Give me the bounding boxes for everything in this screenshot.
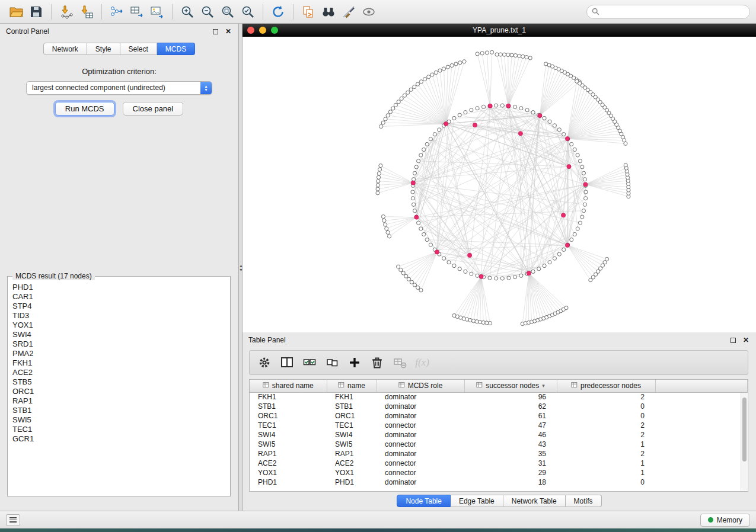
table-toolbar: f(x) bbox=[249, 350, 748, 375]
network-window-titlebar[interactable]: YPA_prune.txt_1 bbox=[243, 24, 756, 37]
mcds-result-item[interactable]: PMA2 bbox=[12, 349, 228, 358]
criterion-select[interactable]: largest connected component (undirected)… bbox=[26, 81, 212, 95]
table-row[interactable]: ACE2ACE2connector311 bbox=[250, 459, 748, 468]
search-input[interactable] bbox=[603, 8, 745, 16]
column-header-name[interactable]: name bbox=[327, 380, 377, 392]
table-row[interactable]: PHD1PHD1dominator180 bbox=[250, 477, 748, 487]
table-row[interactable]: RAP1RAP1dominator352 bbox=[250, 449, 748, 459]
mcds-result-item[interactable]: SRD1 bbox=[12, 339, 228, 349]
graphics-details-eye-icon[interactable] bbox=[359, 3, 379, 21]
mcds-result-item[interactable]: CAR1 bbox=[12, 292, 228, 302]
mcds-result-item[interactable]: ORC1 bbox=[12, 387, 228, 396]
tab-edge-table[interactable]: Edge Table bbox=[451, 495, 503, 507]
network-canvas[interactable] bbox=[243, 37, 756, 332]
column-header-shared-name[interactable]: shared name bbox=[250, 380, 327, 392]
deselect-all-icon[interactable] bbox=[323, 354, 341, 371]
table-vertical-scrollbar[interactable] bbox=[741, 393, 747, 491]
table-cell: TEC1 bbox=[250, 421, 327, 430]
network-graph[interactable] bbox=[243, 37, 756, 332]
mcds-result-item[interactable]: STP4 bbox=[12, 302, 228, 311]
zoom-fit-icon[interactable] bbox=[218, 3, 238, 21]
tab-network-table[interactable]: Network Table bbox=[503, 495, 566, 507]
tab-node-table[interactable]: Node Table bbox=[397, 495, 451, 507]
float-panel-icon[interactable] bbox=[211, 27, 219, 36]
status-bar: Memory bbox=[0, 511, 756, 528]
table-cell: YOX1 bbox=[250, 468, 327, 477]
column-header-successor-nodes[interactable]: successor nodes▾ bbox=[464, 380, 557, 392]
table-cell: ACE2 bbox=[250, 459, 327, 468]
table-cell: SWI5 bbox=[250, 440, 327, 449]
delete-row-icon[interactable] bbox=[368, 354, 386, 371]
tab-mcds[interactable]: MCDS bbox=[157, 43, 195, 55]
mcds-result-title: MCDS result (17 nodes) bbox=[12, 272, 95, 280]
mcds-result-item[interactable]: SWI5 bbox=[12, 415, 228, 425]
refresh-icon[interactable] bbox=[268, 3, 288, 21]
export-network-icon[interactable] bbox=[107, 3, 127, 21]
mcds-result-list[interactable]: PHD1CAR1STP4TID3YOX1SWI4SRD1PMA2FKH1ACE2… bbox=[12, 283, 228, 493]
open-session-icon[interactable] bbox=[6, 3, 26, 21]
splitter-collapse-icon[interactable]: ▲▼ bbox=[239, 264, 242, 279]
table-cell: FKH1 bbox=[327, 392, 377, 402]
table-row[interactable]: STB1STB1dominator620 bbox=[250, 402, 748, 411]
table-cell: 2 bbox=[557, 421, 655, 430]
mcds-result-item[interactable]: ACE2 bbox=[12, 368, 228, 377]
memory-button[interactable]: Memory bbox=[700, 514, 750, 527]
mcds-result-item[interactable]: SWI4 bbox=[12, 330, 228, 339]
export-table-icon[interactable] bbox=[127, 3, 147, 21]
mcds-result-item[interactable]: RAP1 bbox=[12, 396, 228, 406]
style-brush-icon[interactable] bbox=[339, 3, 359, 21]
float-table-panel-icon[interactable] bbox=[729, 336, 737, 344]
table-row[interactable]: FKH1FKH1dominator962 bbox=[250, 392, 748, 402]
show-columns-icon[interactable] bbox=[278, 354, 296, 371]
mcds-result-item[interactable]: GCR1 bbox=[12, 434, 228, 444]
table-cell: 47 bbox=[464, 421, 557, 430]
close-panel-icon[interactable]: ✕ bbox=[224, 27, 232, 36]
scrollbar-thumb[interactable] bbox=[742, 398, 747, 462]
search-binoculars-icon[interactable] bbox=[318, 3, 339, 21]
zoom-selected-icon[interactable] bbox=[238, 3, 258, 21]
control-panel: Control Panel ✕ NetworkStyleSelectMCDS O… bbox=[0, 24, 239, 511]
mcds-result-item[interactable]: TEC1 bbox=[12, 425, 228, 434]
table-cell: ACE2 bbox=[327, 459, 377, 468]
import-table-file-icon[interactable] bbox=[76, 3, 97, 21]
settings-gear-icon[interactable] bbox=[256, 354, 273, 371]
mcds-result-item[interactable]: STB5 bbox=[12, 377, 228, 387]
table-cell bbox=[655, 477, 748, 487]
tab-style[interactable]: Style bbox=[87, 43, 120, 55]
task-history-button[interactable] bbox=[6, 514, 20, 526]
table-cell: connector bbox=[377, 468, 464, 477]
close-panel-button[interactable]: Close panel bbox=[123, 102, 184, 116]
tab-select[interactable]: Select bbox=[120, 43, 157, 55]
add-row-icon[interactable] bbox=[346, 354, 363, 371]
mcds-result-item[interactable]: YOX1 bbox=[12, 321, 228, 330]
search-box[interactable] bbox=[586, 5, 750, 19]
run-mcds-button[interactable]: Run MCDS bbox=[55, 102, 114, 116]
zoom-out-icon[interactable] bbox=[197, 3, 218, 21]
export-image-icon[interactable] bbox=[147, 3, 167, 21]
mcds-result-item[interactable]: FKH1 bbox=[12, 358, 228, 368]
table-row[interactable]: SWI4SWI4dominator462 bbox=[250, 430, 748, 440]
toolbar-divider bbox=[101, 4, 102, 20]
table-row[interactable]: TEC1TEC1connector472 bbox=[250, 421, 748, 430]
tab-network[interactable]: Network bbox=[43, 43, 87, 55]
table-row[interactable]: YOX1YOX1connector291 bbox=[250, 468, 748, 477]
table-cell: 35 bbox=[464, 449, 557, 459]
mcds-result-item[interactable]: PHD1 bbox=[12, 283, 228, 292]
table-row[interactable]: ORC1ORC1dominator610 bbox=[250, 411, 748, 421]
clone-network-icon[interactable] bbox=[298, 3, 318, 21]
mcds-result-item[interactable]: STB1 bbox=[12, 406, 228, 415]
tab-motifs[interactable]: Motifs bbox=[566, 495, 602, 507]
zoom-in-icon[interactable] bbox=[177, 3, 197, 21]
save-session-icon[interactable] bbox=[26, 3, 46, 21]
table-cell bbox=[655, 421, 748, 430]
column-header-MCDS-role[interactable]: MCDS role bbox=[377, 380, 464, 392]
control-panel-tabs: NetworkStyleSelectMCDS bbox=[0, 43, 238, 55]
mcds-result-item[interactable]: TID3 bbox=[12, 311, 228, 321]
table-cell: connector bbox=[377, 440, 464, 449]
close-table-panel-icon[interactable]: ✕ bbox=[742, 336, 750, 344]
select-all-icon[interactable] bbox=[301, 354, 318, 371]
import-network-file-icon[interactable] bbox=[56, 3, 76, 21]
table-row[interactable]: SWI5SWI5connector431 bbox=[250, 440, 748, 449]
column-icon bbox=[263, 382, 269, 390]
column-header-predecessor-nodes[interactable]: predecessor nodes bbox=[557, 380, 655, 392]
